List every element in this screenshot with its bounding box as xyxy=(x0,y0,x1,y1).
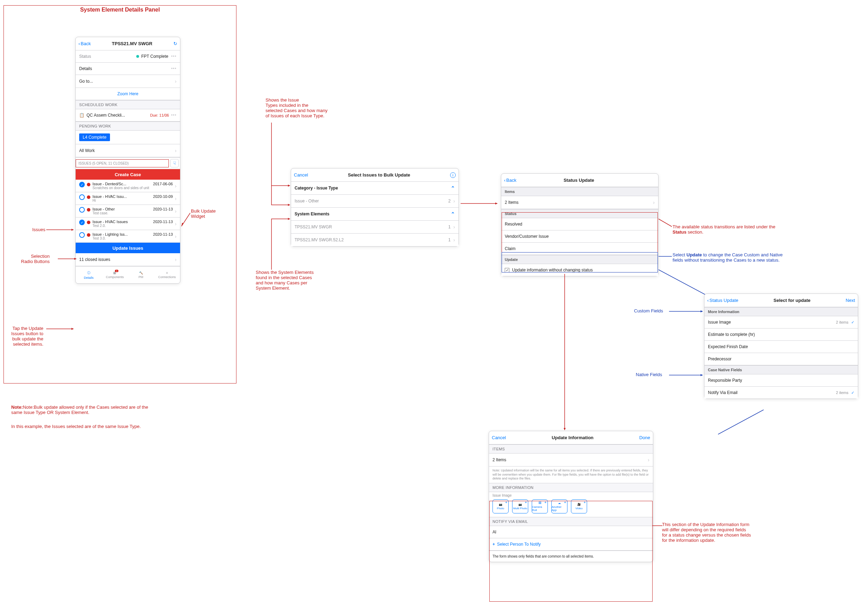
update-header: Update xyxy=(501,255,658,264)
chevron-left-icon: ‹ xyxy=(707,298,708,303)
update-issues-button[interactable]: Update Issues xyxy=(76,243,180,253)
field-row[interactable]: Responsible Party xyxy=(704,374,858,387)
hammer-icon: 🔨 xyxy=(139,271,143,275)
camera-roll-button[interactable]: +🖼Camera Roll xyxy=(532,499,548,513)
svg-marker-7 xyxy=(288,185,290,187)
chevron-right-icon: › xyxy=(175,234,177,239)
next-button[interactable]: Next xyxy=(846,298,855,303)
l4-complete-button[interactable]: L4 Complete xyxy=(79,133,110,141)
nav-bar: Cancel Update Information Done xyxy=(489,431,653,444)
ann-issues: Issues xyxy=(32,227,45,232)
syselem-item-row[interactable]: TPSS21.MV SWGR 1 › xyxy=(291,221,459,234)
camera-icon: 📷 xyxy=(518,503,522,506)
refresh-icon[interactable]: ↻ xyxy=(174,41,177,46)
notify-value-row[interactable]: Al xyxy=(489,526,653,538)
scheduled-item-row[interactable]: 📋 QC Assem Checkli... Due: 11/06 ••• xyxy=(76,109,180,121)
components-icon: ▦1 xyxy=(113,271,116,275)
status-dot-icon xyxy=(87,233,90,237)
issue-subtitle: Test case. xyxy=(93,211,173,215)
nav-bar: Cancel Select Issues to Bulk Update i xyxy=(291,169,459,182)
note-text: Note: Updated information will be the sa… xyxy=(489,467,653,483)
chevron-right-icon: › xyxy=(453,237,455,243)
status-option-row[interactable]: Resolved xyxy=(501,218,658,230)
tab-pm[interactable]: 🔨PM xyxy=(128,267,154,283)
video-button[interactable]: +🎥Video xyxy=(571,499,587,513)
svg-marker-16 xyxy=(701,374,703,376)
all-work-row[interactable]: All Work › xyxy=(76,144,180,157)
ann-note2: In this example, the Issues selected are… xyxy=(11,424,222,429)
category-item-row[interactable]: Issue - Other 2 › xyxy=(291,195,459,208)
items-header: Items xyxy=(501,187,658,196)
ann-native-fields: Native Fields xyxy=(636,372,662,377)
selection-radio[interactable]: ✓ xyxy=(79,220,85,225)
update-without-status-row[interactable]: ✓ Update information without changing st… xyxy=(501,264,658,276)
issue-row[interactable]: ✓Issue - HVAC Issues2020-11-13Test 2.0.› xyxy=(76,217,180,230)
goto-row[interactable]: Go to... › xyxy=(76,75,180,88)
zoom-here-button[interactable]: Zoom Here xyxy=(76,88,180,100)
back-button[interactable]: ‹Back xyxy=(79,41,91,46)
issue-row[interactable]: Issue - HVAC Issu...2020-10-09Hi› xyxy=(76,192,180,205)
back-button[interactable]: ‹Back xyxy=(504,178,516,183)
issues-header-bar: ISSUES (5 OPEN, 11 CLOSED) ☟ xyxy=(76,157,180,169)
issue-row[interactable]: Issue - Other2020-11-13Test case.› xyxy=(76,205,180,217)
done-button[interactable]: Done xyxy=(639,435,650,440)
issue-date: 2020-11-13 xyxy=(153,232,173,236)
syselem-header-row[interactable]: System Elements ⌃ xyxy=(291,208,459,221)
chevron-up-icon: ⌃ xyxy=(451,185,455,191)
ann-update-info: This section of the Update Information f… xyxy=(662,522,788,543)
status-dot-icon xyxy=(87,195,90,199)
another-app-button[interactable]: +☁Another App xyxy=(551,499,567,513)
more-icon[interactable]: ••• xyxy=(171,54,177,59)
status-update-panel: ‹Back Status Update Items 2 Items › Stat… xyxy=(501,174,659,276)
issue-row[interactable]: Issue - Lighting Iss...2020-11-13Test 3.… xyxy=(76,230,180,243)
checkbox-icon: ✓ xyxy=(505,268,509,273)
issue-title: Issue - HVAC Issu... xyxy=(93,194,127,199)
field-row[interactable]: Expected Finish Date xyxy=(704,341,858,353)
status-option-row[interactable]: Vendor/Customer Issue xyxy=(501,230,658,243)
tab-connections[interactable]: ≡Connections xyxy=(154,267,180,283)
photo-button[interactable]: +📷Photo xyxy=(493,499,508,513)
cancel-button[interactable]: Cancel xyxy=(294,172,308,178)
chevron-right-icon: › xyxy=(175,196,177,202)
back-button[interactable]: ‹Status Update xyxy=(707,298,738,303)
field-row[interactable]: Predecessor xyxy=(704,353,858,365)
status-option-row[interactable]: Claim xyxy=(501,243,658,255)
select-person-row[interactable]: +Select Person To Notify xyxy=(489,538,653,551)
l4-row: L4 Complete xyxy=(76,130,180,144)
multi-photo-button[interactable]: +📷Multi Photo xyxy=(512,499,528,513)
issue-date: 2020-11-13 xyxy=(153,207,173,211)
field-row[interactable]: Notify Via Email2 items✓ xyxy=(704,387,858,399)
category-header-row[interactable]: Category - Issue Type ⌃ xyxy=(291,182,459,195)
bulk-update-widget[interactable]: ☟ xyxy=(170,159,179,168)
selection-radio[interactable] xyxy=(79,194,85,200)
selection-radio[interactable] xyxy=(79,207,85,212)
svg-marker-14 xyxy=(701,310,703,312)
video-icon: 🎥 xyxy=(577,503,581,506)
status-row: Status FPT Complete ••• xyxy=(76,50,180,63)
closed-issues-row[interactable]: 11 closed issues › xyxy=(76,253,180,266)
field-row[interactable]: Estimate to complete (hr) xyxy=(704,329,858,341)
tab-details[interactable]: ⓘDetails xyxy=(76,267,102,283)
syselem-item-row[interactable]: TPSS21.MV SWGR.52.L2 1 › xyxy=(291,234,459,246)
nav-title: Status Update xyxy=(516,178,642,183)
create-case-button[interactable]: Create Case xyxy=(76,169,180,180)
svg-marker-18 xyxy=(564,428,566,430)
issue-image-label: Issue Image xyxy=(489,492,653,498)
selection-radio[interactable]: ✓ xyxy=(79,182,85,188)
info-icon[interactable]: i xyxy=(450,172,456,178)
chevron-right-icon: › xyxy=(175,208,177,214)
tab-components[interactable]: ▦1Components xyxy=(102,267,128,283)
cancel-button[interactable]: Cancel xyxy=(492,435,506,440)
items-row[interactable]: 2 Items› xyxy=(489,454,653,467)
checklist-icon: 📋 xyxy=(79,113,84,118)
field-row[interactable]: Issue Image2 items✓ xyxy=(704,316,858,329)
status-dot-icon xyxy=(87,221,90,224)
selection-radio[interactable] xyxy=(79,232,85,238)
items-row[interactable]: 2 Items › xyxy=(501,196,658,209)
issue-title: Issue - Other xyxy=(93,207,115,211)
more-info-header: MORE INFORMATION xyxy=(489,483,653,492)
nav-bar: ‹Back Status Update xyxy=(501,174,658,187)
details-row[interactable]: Details ••• xyxy=(76,63,180,75)
bulk-update-panel: Cancel Select Issues to Bulk Update i Ca… xyxy=(291,168,459,247)
issue-row[interactable]: ✓Issue - Dented/Sc...2017-06-06Scratches… xyxy=(76,180,180,192)
